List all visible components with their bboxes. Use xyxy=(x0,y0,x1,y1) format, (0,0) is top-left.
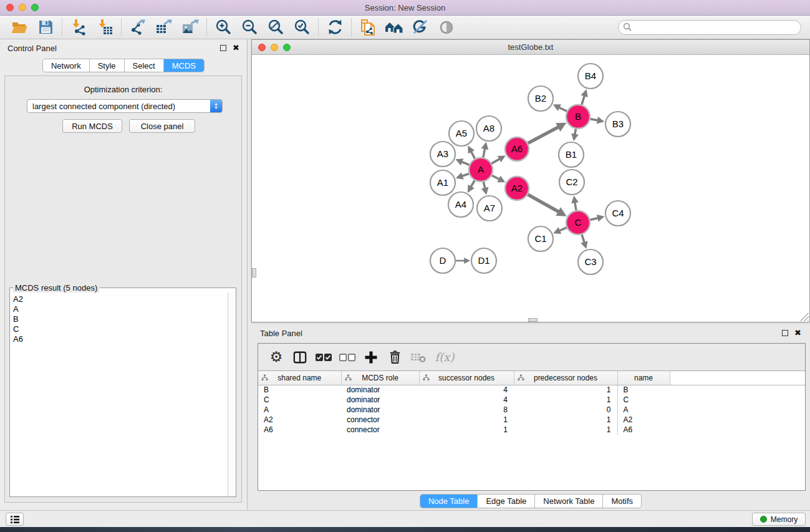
divider-grip-bottom[interactable] xyxy=(528,318,538,322)
tab-select[interactable]: Select xyxy=(124,59,163,72)
graph-edge-C-C4[interactable] xyxy=(590,215,604,222)
show-hide-button[interactable] xyxy=(433,17,460,38)
zoom-selected-button[interactable] xyxy=(289,17,315,38)
split-panel-button[interactable] xyxy=(288,351,312,364)
graph-node-A4[interactable]: A4 xyxy=(448,192,473,217)
mcds-result-item[interactable]: C xyxy=(13,324,224,334)
run-mcds-button[interactable]: Run MCDS xyxy=(62,119,122,133)
graph-edge-A6-B[interactable] xyxy=(528,123,567,143)
graph-edge-B-B3[interactable] xyxy=(591,117,605,124)
graphics-details-button[interactable] xyxy=(407,17,433,38)
graph-node-B3[interactable]: B3 xyxy=(605,112,630,137)
column-header-mcds-role[interactable]: MCDS role xyxy=(341,371,419,385)
graph-node-C1[interactable]: C1 xyxy=(528,226,553,251)
graph-node-A7[interactable]: A7 xyxy=(477,196,502,221)
graph-node-D1[interactable]: D1 xyxy=(471,248,496,273)
close-panel-button[interactable]: Close panel xyxy=(129,119,195,133)
network-minimize-button[interactable] xyxy=(271,44,278,51)
add-column-button[interactable] xyxy=(359,351,383,364)
tab-network-table[interactable]: Network Table xyxy=(534,495,602,508)
tab-motifs[interactable]: Motifs xyxy=(602,495,641,508)
graph-edge-A-A6[interactable] xyxy=(491,155,505,163)
graph-edge-A-A7[interactable] xyxy=(481,182,489,195)
graph-node-B[interactable]: B xyxy=(566,105,590,128)
graph-edge-C-C2[interactable] xyxy=(571,196,579,210)
table-row[interactable]: A6connector11A6 xyxy=(258,425,805,435)
graph-node-B1[interactable]: B1 xyxy=(559,142,584,167)
graph-edge-C-C1[interactable] xyxy=(553,227,566,234)
tab-mcds[interactable]: MCDS xyxy=(163,59,204,72)
deselect-all-button[interactable] xyxy=(335,352,359,362)
home-button[interactable] xyxy=(381,17,407,38)
graph-node-A6[interactable]: A6 xyxy=(505,137,529,161)
graph-edge-B-B2[interactable] xyxy=(553,104,567,111)
column-header-predecessor-nodes[interactable]: predecessor nodes xyxy=(514,371,617,385)
tab-network[interactable]: Network xyxy=(43,59,89,72)
close-panel-icon[interactable]: ✖ xyxy=(794,330,801,336)
mcds-result-item[interactable]: A2 xyxy=(13,294,224,304)
table-settings-button[interactable]: ⚙ xyxy=(264,350,288,364)
export-image-button[interactable] xyxy=(177,17,203,38)
optimization-criterion-select[interactable]: largest connected component (directed) ▲… xyxy=(27,99,223,113)
graph-node-B2[interactable]: B2 xyxy=(528,86,553,111)
graph-node-A5[interactable]: A5 xyxy=(449,121,474,146)
open-session-button[interactable] xyxy=(6,17,32,38)
graph-edge-B-B1[interactable] xyxy=(571,129,579,142)
close-window-button[interactable] xyxy=(6,4,14,11)
table-row[interactable]: A2connector11A2 xyxy=(258,415,805,425)
graph-edge-A-A5[interactable] xyxy=(468,145,475,158)
memory-button[interactable]: Memory xyxy=(752,513,806,526)
table-row[interactable]: Adominator80A xyxy=(258,405,805,415)
graph-edge-D-D1[interactable] xyxy=(456,258,470,264)
function-builder-button[interactable]: f(x) xyxy=(430,351,459,364)
graph-edge-A-A8[interactable] xyxy=(481,142,489,158)
column-header-successor-nodes[interactable]: successor nodes xyxy=(419,371,514,385)
new-network-from-selection-button[interactable] xyxy=(355,17,381,38)
close-panel-icon[interactable]: ✖ xyxy=(233,45,239,51)
table-row[interactable]: Bdominator41B xyxy=(258,385,805,395)
network-maximize-button[interactable] xyxy=(283,44,291,51)
network-canvas[interactable]: B4B2BB3A8A5A6A3B1AC2A1A2A4A7C4CC1C3DD1 xyxy=(252,55,809,322)
select-all-button[interactable] xyxy=(312,352,335,362)
graph-node-C2[interactable]: C2 xyxy=(559,170,584,195)
export-table-button[interactable] xyxy=(151,17,177,38)
graph-node-A1[interactable]: A1 xyxy=(430,170,455,195)
delete-column-button[interactable] xyxy=(383,350,407,364)
minimize-window-button[interactable] xyxy=(19,4,26,11)
column-header-name[interactable]: name xyxy=(617,371,670,385)
graph-edge-A-A4[interactable] xyxy=(468,180,475,193)
graph-node-C3[interactable]: C3 xyxy=(578,249,603,274)
float-panel-icon[interactable] xyxy=(782,330,788,336)
graph-node-A2[interactable]: A2 xyxy=(505,177,529,200)
maximize-window-button[interactable] xyxy=(31,4,39,11)
graph-node-A[interactable]: A xyxy=(469,158,493,181)
refresh-button[interactable] xyxy=(322,17,348,38)
zoom-in-button[interactable] xyxy=(210,17,236,38)
graph-edge-B-B4[interactable] xyxy=(581,89,587,105)
divider-grip-left[interactable] xyxy=(252,268,256,278)
tab-style[interactable]: Style xyxy=(89,59,124,72)
graph-node-D[interactable]: D xyxy=(430,248,455,273)
save-session-button[interactable] xyxy=(32,17,59,38)
import-table-button[interactable] xyxy=(92,17,118,38)
graph-node-B4[interactable]: B4 xyxy=(578,64,603,89)
table-row[interactable]: Cdominator41C xyxy=(258,395,805,405)
network-close-button[interactable] xyxy=(258,44,266,51)
graph-node-A3[interactable]: A3 xyxy=(430,142,455,167)
task-history-button[interactable] xyxy=(6,513,24,526)
mcds-list-scrollbar[interactable] xyxy=(228,293,236,496)
tab-node-table[interactable]: Node Table xyxy=(420,495,478,508)
mcds-result-item[interactable]: B xyxy=(13,314,224,324)
export-network-button[interactable] xyxy=(125,17,151,38)
delete-table-button[interactable] xyxy=(407,351,430,364)
search-input[interactable] xyxy=(618,20,801,35)
graph-node-C4[interactable]: C4 xyxy=(605,201,630,226)
graph-edge-A2-C[interactable] xyxy=(528,195,566,216)
float-panel-icon[interactable] xyxy=(220,45,226,51)
mcds-result-item[interactable]: A xyxy=(13,304,224,314)
zoom-fit-button[interactable] xyxy=(263,17,289,38)
zoom-out-button[interactable] xyxy=(236,17,263,38)
graph-node-C[interactable]: C xyxy=(566,211,590,235)
import-network-button[interactable] xyxy=(65,17,92,38)
graph-node-A8[interactable]: A8 xyxy=(476,116,501,141)
